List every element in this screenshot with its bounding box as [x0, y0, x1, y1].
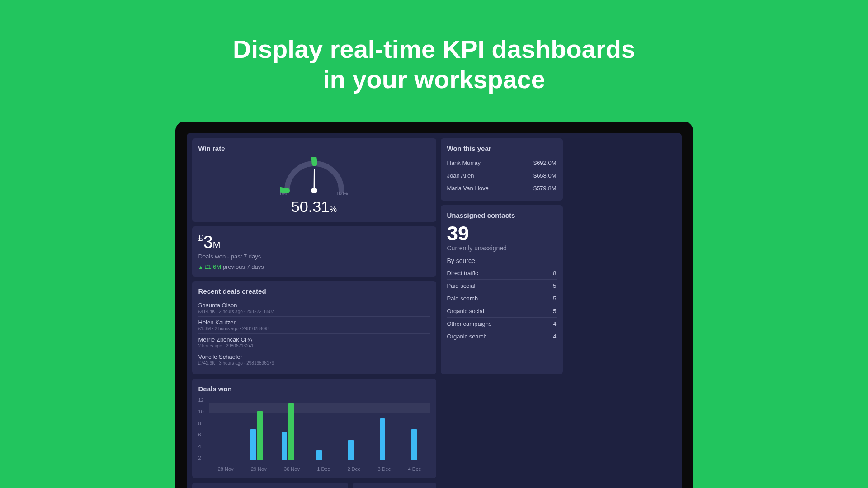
source-row: Organic search4: [447, 330, 557, 343]
source-row: Direct traffic8: [447, 267, 557, 280]
deal-item: Shaunta Olson£414.4K · 2 hours ago · 298…: [198, 300, 430, 317]
deals-won-card: Deals won 12108642 28 Nov29 Nov30 Nov1 D…: [192, 379, 436, 478]
source-row: Paid social5: [447, 280, 557, 292]
won-year-title: Won this year: [447, 145, 557, 152]
deals-summary-change: ▲ £1.6M previous 7 days: [198, 263, 430, 270]
deals-won-title: Deals won: [198, 385, 430, 393]
deals-summary-value: £3M: [198, 233, 430, 252]
unassigned-value: 39: [447, 224, 557, 244]
unassigned-title: Unassigned contacts: [447, 211, 557, 219]
deal-item: Helen Kautzer£1.3M · 2 hours ago · 29810…: [198, 317, 430, 334]
deal-item: Voncile Schaefer£742.6K · 3 hours ago · …: [198, 351, 430, 368]
pipeline-card: Pipeline Appointment scheduled£345.5MQua…: [192, 483, 348, 488]
deals-won-chart: 12108642 28 Nov29 Nov30 Nov1 Dec2 Dec3 D…: [198, 397, 430, 472]
win-rate-gauge: [280, 157, 348, 193]
win-rate-card: Win rate 0% 100% 50.31%: [192, 138, 436, 222]
monitor-frame: Deals won 12108642 28 Nov29 Nov30 Nov1 D…: [175, 122, 693, 488]
won-year-card: Won this year Hank Murray$692.0MJoan All…: [441, 138, 563, 201]
source-row: Other campaigns4: [447, 318, 557, 330]
activities-card: Activities 338 Calls completed: [353, 483, 436, 488]
unassigned-label: Currently unassigned: [447, 244, 557, 252]
svg-line-0: [314, 169, 315, 191]
by-source-title: By source: [447, 257, 557, 264]
win-rate-title: Win rate: [198, 145, 430, 152]
recent-deals-title: Recent deals created: [198, 287, 430, 295]
recent-deals-card: Recent deals created Shaunta Olson£414.4…: [192, 281, 436, 374]
win-rate-value: 50.31%: [291, 198, 337, 216]
source-row: Organic social5: [447, 305, 557, 318]
unassigned-card: Unassigned contacts 39 Currently unassig…: [441, 205, 563, 374]
source-row: Paid search5: [447, 292, 557, 305]
leaderboard-row: Maria Van Hove$579.8M: [447, 182, 557, 194]
deals-summary-label: Deals won - past 7 days: [198, 253, 430, 260]
deal-item: Merrie Zboncak CPA2 hours ago · 29806713…: [198, 334, 430, 351]
hero-title: Display real-time KPI dashboardsin your …: [233, 34, 635, 94]
svg-point-1: [311, 188, 317, 193]
leaderboard-row: Joan Allen$658.0M: [447, 169, 557, 182]
deals-summary-card: £3M Deals won - past 7 days ▲ £1.6M prev…: [192, 226, 436, 277]
leaderboard-row: Hank Murray$692.0M: [447, 157, 557, 169]
dashboard-screen: Deals won 12108642 28 Nov29 Nov30 Nov1 D…: [187, 133, 682, 488]
